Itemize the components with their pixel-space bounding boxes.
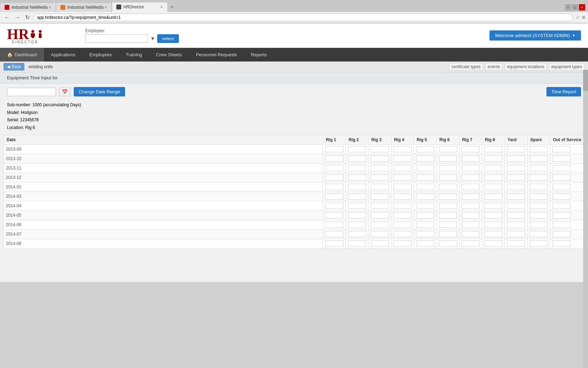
back-button[interactable]: ◀ Back	[3, 63, 24, 71]
input-2014-07-col8[interactable]	[484, 231, 502, 237]
input-2014-01-col4[interactable]	[393, 184, 412, 190]
input-2014-01-col11[interactable]	[552, 184, 571, 190]
cell-input[interactable]	[436, 164, 459, 173]
cell-input[interactable]	[323, 220, 346, 230]
input-2014-04-col3[interactable]	[371, 203, 389, 209]
cell-input[interactable]	[550, 182, 584, 192]
cell-input[interactable]	[391, 239, 414, 248]
cell-input[interactable]	[436, 182, 459, 192]
cell-input[interactable]	[504, 192, 527, 201]
cell-input[interactable]	[527, 230, 550, 239]
cell-input[interactable]	[368, 201, 391, 211]
input-2013-12-col6[interactable]	[439, 174, 457, 181]
input-2014-06-col7[interactable]	[462, 222, 480, 228]
input-2013-10-col4[interactable]	[393, 156, 412, 162]
tab-3[interactable]: HRDirector ×	[112, 2, 168, 12]
cell-input[interactable]	[323, 192, 346, 201]
cell-input[interactable]	[504, 164, 527, 173]
input-2014-07-col3[interactable]	[371, 231, 389, 237]
cell-input[interactable]	[550, 220, 584, 230]
input-2013-11-col4[interactable]	[393, 165, 412, 171]
input-2014-01-col7[interactable]	[462, 184, 480, 190]
cell-input[interactable]	[368, 211, 391, 220]
cell-input[interactable]	[527, 201, 550, 211]
equipment-types-link[interactable]: equipment types	[549, 63, 585, 71]
input-2014-05-col7[interactable]	[462, 212, 480, 218]
input-2014-03-col11[interactable]	[552, 193, 571, 200]
input-2014-07-col4[interactable]	[393, 231, 412, 237]
input-2013-12-col5[interactable]	[416, 174, 434, 181]
input-2013-09-col6[interactable]	[439, 146, 457, 152]
cell-input[interactable]	[550, 211, 584, 220]
cell-input[interactable]	[368, 182, 391, 192]
nav-reports[interactable]: Reports	[244, 48, 274, 62]
cell-input[interactable]	[346, 192, 368, 201]
input-2014-07-col6[interactable]	[439, 231, 457, 237]
change-date-range-button[interactable]: Change Date Range	[74, 87, 125, 96]
input-2013-09-col10[interactable]	[530, 146, 548, 152]
input-2014-05-col5[interactable]	[416, 212, 434, 218]
input-2013-12-col7[interactable]	[462, 174, 480, 181]
cell-input[interactable]	[391, 173, 414, 182]
cell-input[interactable]	[414, 154, 436, 164]
cell-input[interactable]	[459, 173, 482, 182]
input-2013-10-col10[interactable]	[530, 156, 548, 162]
cell-input[interactable]	[436, 211, 459, 220]
cell-input[interactable]	[482, 145, 504, 154]
cell-input[interactable]	[346, 154, 368, 164]
cell-input[interactable]	[368, 154, 391, 164]
cell-input[interactable]	[527, 211, 550, 220]
cell-input[interactable]	[459, 230, 482, 239]
back-browser-button[interactable]: ←	[3, 14, 11, 21]
input-2013-11-col10[interactable]	[530, 165, 548, 171]
cell-input[interactable]	[550, 145, 584, 154]
input-2014-01-col8[interactable]	[484, 184, 502, 190]
input-2014-03-col1[interactable]	[325, 193, 343, 200]
input-2013-09-col2[interactable]	[348, 146, 366, 152]
time-report-button[interactable]: Time Report	[546, 87, 581, 96]
cell-input[interactable]	[414, 239, 436, 248]
cell-input[interactable]	[504, 145, 527, 154]
tab-close-2[interactable]: ×	[104, 5, 107, 10]
input-2014-07-col2[interactable]	[348, 231, 366, 237]
input-2014-07-col10[interactable]	[530, 231, 548, 237]
cell-input[interactable]	[414, 182, 436, 192]
cell-input[interactable]	[482, 230, 504, 239]
input-2013-10-col11[interactable]	[552, 156, 571, 162]
input-2014-08-col5[interactable]	[416, 240, 434, 247]
input-2014-03-col5[interactable]	[416, 193, 434, 200]
cell-input[interactable]	[527, 154, 550, 164]
cell-input[interactable]	[482, 192, 504, 201]
input-2014-08-col1[interactable]	[325, 240, 343, 247]
cell-input[interactable]	[414, 211, 436, 220]
input-2014-06-col3[interactable]	[371, 222, 389, 228]
cell-input[interactable]	[482, 211, 504, 220]
input-2013-11-col3[interactable]	[371, 165, 389, 171]
input-2014-03-col2[interactable]	[348, 193, 366, 200]
cell-input[interactable]	[436, 220, 459, 230]
input-2013-11-col7[interactable]	[462, 165, 480, 171]
cell-input[interactable]	[391, 145, 414, 154]
cell-input[interactable]	[391, 182, 414, 192]
cell-input[interactable]	[550, 164, 584, 173]
input-2013-10-col3[interactable]	[371, 156, 389, 162]
cell-input[interactable]	[346, 230, 368, 239]
cell-input[interactable]	[414, 164, 436, 173]
cell-input[interactable]	[323, 239, 346, 248]
input-2013-12-col9[interactable]	[507, 174, 525, 181]
scrollbar[interactable]	[583, 70, 588, 282]
cell-input[interactable]	[504, 239, 527, 248]
cell-input[interactable]	[414, 145, 436, 154]
cell-input[interactable]	[550, 201, 584, 211]
input-2014-05-col8[interactable]	[484, 212, 502, 218]
cell-input[interactable]	[504, 220, 527, 230]
input-2013-10-col8[interactable]	[484, 156, 502, 162]
cell-input[interactable]	[504, 211, 527, 220]
input-2013-11-col11[interactable]	[552, 165, 571, 171]
input-2014-05-col3[interactable]	[371, 212, 389, 218]
input-2014-04-col1[interactable]	[325, 203, 343, 209]
cell-input[interactable]	[323, 230, 346, 239]
input-2013-09-col9[interactable]	[507, 146, 525, 152]
input-2014-03-col4[interactable]	[393, 193, 412, 200]
input-2014-04-col8[interactable]	[484, 203, 502, 209]
